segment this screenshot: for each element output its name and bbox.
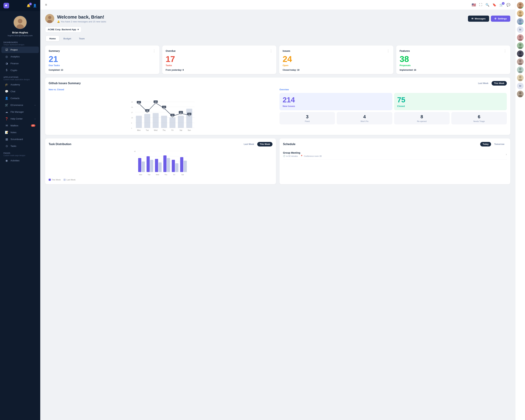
- user-name: Brian Hughes: [12, 31, 28, 34]
- app-logo[interactable]: [3, 3, 9, 8]
- github-this-week-button[interactable]: This Week: [492, 81, 507, 85]
- sidebar-icon-group: 🔔 3 👤: [27, 4, 37, 8]
- task-this-week-button[interactable]: This Week: [257, 142, 272, 147]
- cart-icon[interactable]: 🛒 5: [499, 3, 503, 7]
- sidebar-item-label-activities: Activities: [10, 159, 19, 162]
- task-bar-chart-svg: 40: [49, 149, 272, 177]
- issues-menu-icon[interactable]: ⋮: [387, 49, 390, 53]
- today-button[interactable]: Today: [480, 142, 491, 147]
- sidebar-item-chat[interactable]: 💬 Chat: [1, 88, 39, 95]
- section-sub-pages: Custom made page designs: [3, 155, 37, 157]
- section-sub-dashboards: Unique dashboard designs: [3, 44, 37, 46]
- reopened-number: 8: [396, 114, 448, 120]
- github-issues-header: Github Issues Summary Last Week This Wee…: [49, 81, 507, 85]
- sidebar-item-filemanager[interactable]: ☁ File Manager: [1, 109, 39, 115]
- task-last-week-button[interactable]: Last Week: [241, 142, 257, 147]
- sidebar-item-ecommerce[interactable]: 🛒 ECommerce ›: [1, 102, 39, 108]
- header-avatar: [45, 14, 54, 23]
- meeting-location: 📍 Conference room 1B: [300, 155, 322, 157]
- svg-text:18: 18: [131, 117, 133, 119]
- tab-budget[interactable]: Budget: [60, 36, 75, 41]
- stat-footer-summary: Completed: 13: [49, 69, 156, 71]
- project-selector-label: ACME Corp. Backend App: [48, 28, 76, 31]
- features-menu-icon[interactable]: ⋮: [504, 49, 507, 53]
- section-applications: APPLICATIONS Custom made application des…: [0, 74, 40, 81]
- rs-avatar-m1[interactable]: M: [517, 26, 524, 33]
- tab-home[interactable]: Home: [46, 36, 59, 41]
- svg-text:Wed: Wed: [154, 129, 157, 131]
- hamburger-menu-icon[interactable]: ≡: [45, 3, 47, 7]
- sidebar-item-activities[interactable]: ◉ Activities: [1, 157, 39, 164]
- topbar-left: ≡: [45, 3, 47, 7]
- svg-point-85: [519, 19, 522, 22]
- svg-text:0: 0: [131, 127, 132, 129]
- location-icon: 📍: [300, 155, 303, 157]
- mailbox-badge: 27: [31, 124, 35, 127]
- rs-avatar-9[interactable]: [517, 66, 524, 73]
- page-header: Welcome back, Brian! 🔔 You have 2 new me…: [45, 14, 510, 23]
- rs-avatar-3[interactable]: [517, 18, 524, 25]
- messages-button[interactable]: ✉ Messages: [468, 16, 489, 22]
- bookmark-icon[interactable]: 🔖: [492, 3, 496, 7]
- task-distribution-chart: 40: [49, 149, 272, 177]
- chart-legend: This Week Last Week: [49, 179, 272, 181]
- project-selector[interactable]: ACME Corp. Backend App ▾: [45, 27, 81, 32]
- search-icon[interactable]: 🔍: [486, 3, 489, 7]
- svg-text:22: 22: [188, 113, 190, 115]
- rs-avatar-2[interactable]: [517, 10, 524, 17]
- sidebar-item-finance[interactable]: ◑ Finance: [1, 60, 39, 67]
- overview-bottom-stats: 3 Fixed 4 Won't Fix 8 Re-opened 6: [280, 112, 507, 124]
- svg-point-82: [519, 11, 522, 14]
- user-profile-icon[interactable]: 👤: [33, 4, 37, 8]
- sidebar-item-notes[interactable]: 📝 Notes: [1, 129, 39, 136]
- chart-container: 0 9 18 27 36 45: [49, 93, 276, 131]
- gear-icon: ⚙: [494, 17, 497, 20]
- summary-menu-icon[interactable]: ⋮: [153, 49, 156, 53]
- sidebar-item-tasks[interactable]: ⊙ Tasks: [1, 143, 39, 149]
- sidebar-item-scrumboard[interactable]: ▦ Scrumboard: [1, 136, 39, 142]
- svg-text:Sun: Sun: [188, 129, 191, 131]
- section-title-dashboards: DASHBOARDS: [3, 41, 37, 43]
- sidebar-item-mailbox[interactable]: ✉ Mailbox 27: [1, 122, 39, 129]
- svg-text:Thu: Thu: [163, 129, 166, 131]
- rs-avatar-m2[interactable]: M: [517, 83, 524, 89]
- header-text: Welcome back, Brian! 🔔 You have 2 new me…: [57, 14, 106, 23]
- tomorrow-button[interactable]: Tomorrow: [492, 142, 507, 147]
- flag-icon[interactable]: 🇺🇸: [472, 3, 476, 7]
- rs-avatar-5[interactable]: [517, 34, 524, 41]
- github-last-week-button[interactable]: Last Week: [476, 81, 491, 85]
- section-title-applications: APPLICATIONS: [3, 76, 37, 78]
- rs-avatar-6[interactable]: [517, 42, 524, 49]
- ecommerce-arrow-icon: ›: [35, 104, 35, 106]
- tab-team[interactable]: Team: [75, 36, 88, 41]
- sidebar-item-academy[interactable]: 🎓 Academy: [1, 81, 39, 88]
- rs-avatar-12[interactable]: [517, 91, 524, 97]
- legend-last-week-label: Last Week: [66, 179, 75, 181]
- svg-rect-20: [144, 114, 150, 128]
- overview-label: Overview: [280, 88, 507, 91]
- sidebar-item-project[interactable]: ☑ Project: [1, 47, 39, 53]
- sidebar-header: 🔔 3 👤: [0, 0, 40, 11]
- rs-avatar-1[interactable]: [517, 2, 524, 9]
- stat-card-title-overdue: Overdue: [166, 49, 176, 52]
- clock-icon: 🕐: [283, 155, 285, 157]
- sidebar-item-helpcenter[interactable]: ❓ Help Center ›: [1, 115, 39, 122]
- svg-rect-67: [167, 158, 170, 172]
- overdue-menu-icon[interactable]: ⋮: [270, 49, 273, 53]
- schedule-toggle: Today Tomorrow: [480, 142, 507, 147]
- schedule-item-arrow-icon[interactable]: ›: [506, 153, 507, 156]
- stat-card-title-issues: Issues: [283, 49, 290, 52]
- rs-avatar-8[interactable]: [517, 58, 524, 65]
- sidebar-item-analytics[interactable]: ◎ Analytics: [1, 53, 39, 60]
- stat-card-issues: Issues ⋮ 24 Open Closed today: 19: [279, 46, 394, 74]
- notification-bell-icon[interactable]: 🔔 3: [27, 4, 30, 8]
- messages-topbar-icon[interactable]: 💬: [506, 3, 510, 7]
- sidebar-item-label-analytics: Analytics: [10, 55, 19, 58]
- schedule-header: Schedule Today Tomorrow: [283, 142, 507, 147]
- rs-avatar-7[interactable]: [517, 50, 524, 57]
- rs-avatar-10[interactable]: [517, 75, 524, 81]
- sidebar-item-contacts[interactable]: 👤 Contacts: [1, 95, 39, 102]
- settings-button[interactable]: ⚙ Settings: [491, 16, 510, 22]
- sidebar-item-crypto[interactable]: $ Crypto: [1, 67, 39, 73]
- fullscreen-icon[interactable]: ⛶: [479, 3, 482, 7]
